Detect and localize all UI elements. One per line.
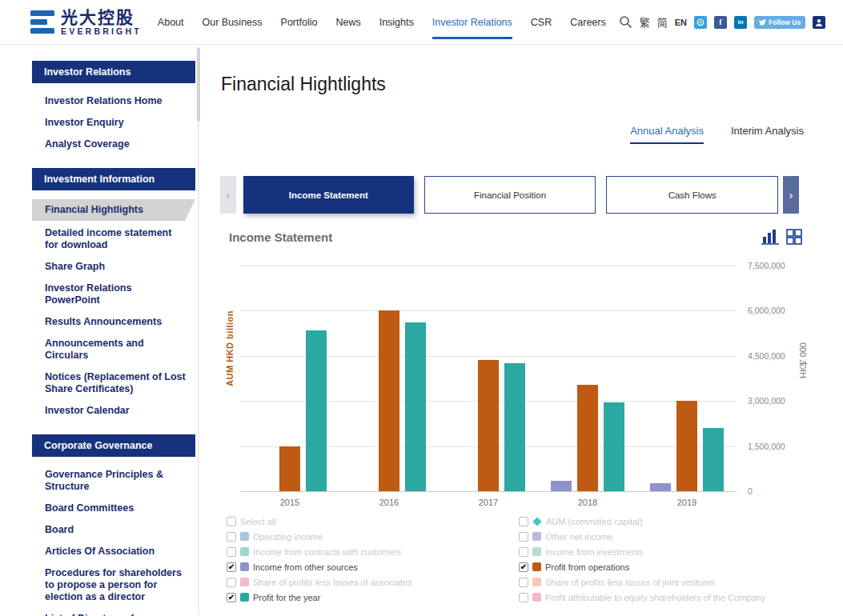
facebook-icon[interactable]: f — [714, 16, 727, 29]
sidebar-item-board-committees[interactable]: Board Committees — [32, 499, 195, 518]
bar-profit-for-the-year-2016[interactable] — [405, 322, 426, 491]
bar-profit-from-operations-2017[interactable] — [478, 360, 499, 491]
legend-label-profit-for-the-year: Profit for the year — [253, 593, 320, 602]
sidebar-scrollbar-thumb[interactable] — [197, 48, 200, 122]
tab-annual-analysis[interactable]: Annual Analysis — [630, 125, 704, 144]
sidebar-item-financial-hightlights[interactable]: Financial Hightlights — [32, 199, 195, 221]
bar-income-from-other-sources-2018[interactable] — [551, 481, 572, 491]
legend-swatch-profit-for-the-year — [240, 593, 249, 602]
legend-label-income-from-other-sources: Income from other sources — [253, 562, 358, 572]
chart-view-icon[interactable] — [761, 229, 779, 245]
legend-item-share-of-profits-less-losses-of-associates[interactable]: Share of profits less losses of associat… — [227, 574, 515, 590]
weibo-icon[interactable] — [694, 16, 707, 29]
bar-income-from-other-sources-2019[interactable] — [650, 483, 671, 491]
legend-checkbox-select-all[interactable] — [227, 517, 236, 526]
lang-traditional-chinese[interactable]: 繁 — [640, 14, 650, 30]
sidebar-item-announcements-and-circulars[interactable]: Announcements and Circulars — [32, 334, 195, 365]
linkedin-icon[interactable]: in — [734, 16, 747, 29]
nav-item-portfolio[interactable]: Portfolio — [281, 12, 318, 33]
sidebar-item-investor-calendar[interactable]: Investor Calendar — [32, 402, 195, 420]
legend-checkbox-income-from-other-sources[interactable] — [227, 562, 236, 572]
logo[interactable]: 光大控股 EVERBRIGHT — [30, 9, 142, 36]
bar-profit-for-the-year-2019[interactable] — [703, 428, 724, 491]
legend-checkbox-profit-attributable-to-equity-shareholders-of-the-company[interactable] — [519, 593, 528, 602]
follow-us-label: Follow Us — [769, 18, 801, 26]
legend-item-income-from-contracts-with-customers[interactable]: Income from contracts with customers — [227, 544, 515, 559]
legend-checkbox-share-of-profits-less-losses-of-associates[interactable] — [227, 578, 236, 587]
twitter-follow-button[interactable]: Follow Us — [754, 16, 805, 29]
sidebar-item-investor-enquiry[interactable]: Investor Enquiry — [32, 114, 195, 132]
bar-profit-from-operations-2016[interactable] — [379, 310, 399, 491]
sidebar-item-detailed-income-statement-for-download[interactable]: Detailed income statement for download — [32, 224, 195, 254]
legend-item-profit-for-the-year[interactable]: Profit for the year — [227, 590, 515, 605]
legend-item-income-from-investments[interactable]: Income from investments — [519, 544, 807, 559]
legend-checkbox-aum-committed-capital[interactable] — [519, 517, 528, 526]
sidebar-section-title-investor-relations[interactable]: Investor Relations — [32, 61, 195, 83]
legend-checkbox-profit-for-the-year[interactable] — [227, 593, 236, 602]
bar-profit-for-the-year-2018[interactable] — [604, 402, 624, 491]
bar-profit-for-the-year-2015[interactable] — [306, 330, 327, 491]
nav-item-about[interactable]: About — [158, 12, 184, 33]
statement-tabs: Income StatementFinancial PositionCash F… — [243, 176, 778, 214]
nav-item-careers[interactable]: Careers — [570, 12, 605, 33]
lang-simplified-chinese[interactable]: 简 — [657, 14, 668, 30]
sidebar-item-notices-replacement-of-lost-share-certificates[interactable]: Notices (Replacement of Lost Share Certi… — [32, 368, 195, 398]
logo-text: 光大控股 EVERBRIGHT — [61, 9, 142, 36]
legend-item-operating-income[interactable]: Operating income — [227, 529, 515, 544]
sidebar-section-title-corporate-governance[interactable]: Corporate Governance — [32, 434, 195, 457]
lang-english[interactable]: EN — [675, 18, 687, 27]
legend-checkbox-share-of-profits-less-losses-of-joint-ventures[interactable] — [519, 578, 528, 587]
search-icon[interactable] — [619, 15, 632, 29]
sidebar-item-investor-relations-powerpoint[interactable]: Investor Relations PowerPoint — [32, 279, 195, 310]
gridline-7-500-000 — [240, 266, 737, 266]
bar-profit-from-operations-2019[interactable] — [676, 401, 697, 491]
chart-section-title: Income Statement — [229, 230, 332, 244]
sidebar-section-title-investment-information[interactable]: Investment Information — [32, 168, 195, 190]
legend-checkbox-operating-income[interactable] — [227, 532, 236, 542]
legend-item-other-net-income[interactable]: Other net income — [519, 529, 807, 544]
nav-item-investor-relations[interactable]: Investor Relations — [432, 12, 512, 33]
legend-label-profit-from-operations: Profit from operations — [545, 562, 629, 572]
sidebar-item-analyst-coverage[interactable]: Analyst Coverage — [32, 135, 195, 154]
carousel-next-button[interactable]: › — [783, 176, 799, 214]
sidebar-item-board[interactable]: Board — [32, 521, 195, 539]
sidebar-item-share-graph[interactable]: Share Graph — [32, 258, 195, 276]
bar-profit-for-the-year-2017[interactable] — [504, 363, 525, 491]
legend-checkbox-other-net-income[interactable] — [519, 532, 528, 542]
legend-swatch-profit-attributable-to-equity-shareholders-of-the-company — [532, 593, 541, 602]
legend-item-aum-committed-capital[interactable]: AUM (committed capital) — [519, 514, 807, 529]
sidebar-item-results-announcements[interactable]: Results Announcements — [32, 313, 195, 331]
nav-item-insights[interactable]: Insights — [379, 12, 414, 33]
legend-item-profit-attributable-to-equity-shareholders-of-the-company[interactable]: Profit attributable to equity shareholde… — [519, 590, 807, 605]
legend-checkbox-income-from-investments[interactable] — [519, 547, 528, 557]
carousel-prev-button[interactable]: ‹ — [220, 176, 236, 214]
nav-item-csr[interactable]: CSR — [531, 12, 552, 33]
legend-checkbox-profit-from-operations[interactable] — [519, 562, 528, 572]
sidebar-item-list-of-directors-of-subsidiaries[interactable]: List of Directors of Subsidiaries — [32, 610, 195, 616]
bar-profit-from-operations-2018[interactable] — [577, 385, 598, 491]
legend-item-profit-from-operations[interactable]: Profit from operations — [519, 559, 807, 574]
legend-label-profit-attributable-to-equity-shareholders-of-the-company: Profit attributable to equity shareholde… — [545, 593, 765, 602]
sidebar-section-investor-relations: Investor RelationsInvestor Relations Hom… — [32, 61, 195, 154]
statement-tab-cash-flows[interactable]: Cash Flows — [606, 176, 778, 214]
bar-profit-from-operations-2015[interactable] — [279, 446, 300, 491]
legend-swatch-profit-from-operations — [532, 562, 541, 571]
legend-item-income-from-other-sources[interactable]: Income from other sources — [227, 559, 515, 574]
statement-tab-financial-position[interactable]: Financial Position — [424, 176, 596, 214]
legend-item-share-of-profits-less-losses-of-joint-ventures[interactable]: Share of profits less losses of joint ve… — [519, 574, 807, 590]
legend-checkbox-income-from-contracts-with-customers[interactable] — [227, 547, 236, 557]
nav-item-our-business[interactable]: Our Business — [203, 12, 263, 33]
nav-item-news[interactable]: News — [335, 12, 360, 33]
sidebar-item-investor-relations-home[interactable]: Investor Relations Home — [32, 92, 195, 110]
tab-interim-analysis[interactable]: Interim Analysis — [731, 125, 804, 144]
table-view-icon[interactable] — [786, 229, 802, 245]
statement-tab-income-statement[interactable]: Income Statement — [243, 176, 414, 214]
sidebar-item-procedures-for-shareholders-to-propose-a-person-for-election-as-a-director[interactable]: Procedures for shareholders to propose a… — [32, 564, 195, 606]
legend-swatch-income-from-other-sources — [240, 562, 249, 571]
sidebar-item-articles-of-association[interactable]: Articles Of Association — [32, 542, 195, 561]
legend-item-select-all[interactable]: Select all — [227, 514, 515, 529]
sidebar-item-governance-principles-structure[interactable]: Governance Principles & Structure — [32, 466, 195, 496]
sidebar-scrollbar-track[interactable] — [198, 46, 199, 614]
member-icon[interactable] — [813, 16, 825, 29]
page-title: Financial Hightlights — [221, 74, 386, 95]
